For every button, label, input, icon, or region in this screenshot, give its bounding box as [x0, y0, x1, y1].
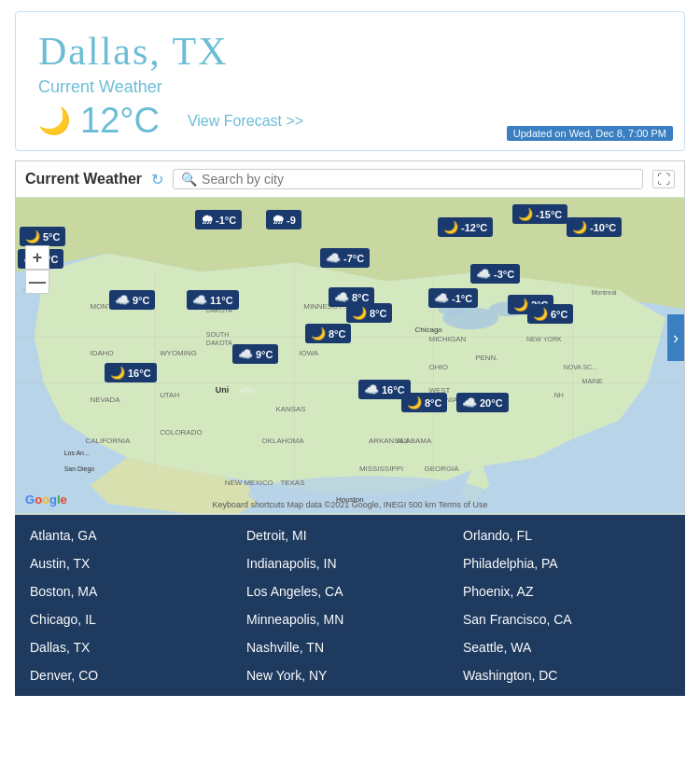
- marker-temp: -9: [287, 215, 296, 226]
- zoom-in-button[interactable]: +: [25, 245, 49, 270]
- city-link[interactable]: Atlanta, GA: [30, 528, 237, 543]
- map-search-input[interactable]: [202, 172, 635, 187]
- city-link[interactable]: Nashville, TN: [246, 640, 454, 655]
- marker-temp: 8°C: [370, 308, 386, 319]
- svg-text:NEW MEXICO: NEW MEXICO: [225, 479, 273, 487]
- cloud-icon6: ☁️: [238, 347, 253, 361]
- marker-temp: 8°C: [329, 328, 345, 340]
- marker-temp: -15°C: [536, 209, 562, 220]
- svg-text:MAINE: MAINE: [582, 378, 603, 384]
- moon-icon2: 🌙: [352, 306, 367, 320]
- view-forecast-link[interactable]: View Forecast >>: [188, 113, 303, 130]
- moon-icon3: 🌙: [311, 326, 326, 340]
- marker-temp: 8°C: [425, 397, 441, 409]
- cloud-icon7: ☁️: [434, 291, 449, 305]
- city-link[interactable]: Dallas, TX: [30, 640, 237, 655]
- marker-temp: -3°C: [494, 269, 514, 280]
- marker-temp: 9°C: [256, 349, 273, 360]
- cities-grid: Atlanta, GADetroit, MIOrlando, FLAustin,…: [30, 528, 670, 683]
- city-link[interactable]: Los Angeles, CA: [246, 584, 454, 599]
- google-logo: Google: [25, 493, 67, 507]
- cloud-icon4: ☁️: [326, 251, 341, 265]
- svg-text:GEORGIA: GEORGIA: [425, 465, 460, 473]
- map-attribution: Keyboard shortcuts Map data ©2021 Google…: [212, 500, 487, 509]
- svg-text:OHIO: OHIO: [429, 363, 448, 371]
- city-link[interactable]: Phoenix, AZ: [463, 584, 670, 599]
- svg-text:ville: ville: [239, 385, 255, 395]
- marker-can-c: 🌙 -15°C: [512, 204, 567, 224]
- svg-text:NOVA SC...: NOVA SC...: [564, 364, 597, 370]
- marker-temp: -7°C: [343, 253, 364, 264]
- city-link[interactable]: Minneapolis, MN: [246, 612, 454, 627]
- city-link[interactable]: Detroit, MI: [246, 528, 454, 543]
- marker-ohio: ☁️ -1°C: [428, 288, 478, 308]
- marker-can-w: 🌙 -12°C: [438, 217, 493, 237]
- marker-temp: -1°C: [216, 215, 236, 226]
- moon-icon5: 🌙: [513, 298, 528, 312]
- map-search-box: 🔍: [173, 169, 643, 189]
- city-link[interactable]: Indianapolis, IN: [246, 556, 454, 571]
- marker-ok: ☁️ 9°C: [232, 344, 278, 364]
- svg-text:Montreal: Montreal: [592, 289, 618, 296]
- svg-text:CALIFORNIA: CALIFORNIA: [86, 437, 131, 445]
- city-link[interactable]: Denver, CO: [30, 668, 237, 683]
- snow-icon: 🌨: [201, 213, 213, 227]
- svg-text:OKLAHOMA: OKLAHOMA: [262, 437, 305, 445]
- cloud-icon3: ☁️: [192, 293, 207, 307]
- city-title: Dallas, TX: [38, 29, 662, 74]
- city-link[interactable]: Orlando, FL: [463, 528, 670, 543]
- moon-icon: 🌙: [25, 229, 40, 243]
- city-link[interactable]: Boston, MA: [30, 584, 237, 599]
- city-link[interactable]: Washington, DC: [463, 668, 670, 683]
- moon-icon7: 🌙: [443, 220, 458, 234]
- updated-badge: Updated on Wed, Dec 8, 7:00 PM: [507, 126, 673, 141]
- marker-temp: 5°C: [43, 231, 60, 243]
- marker-ks: 🌙 8°C: [305, 324, 351, 343]
- cloud-icon2: ☁️: [115, 293, 130, 307]
- svg-text:PENN.: PENN.: [475, 354, 497, 362]
- svg-text:San Diego: San Diego: [64, 465, 95, 473]
- svg-text:DAKOTA: DAKOTA: [206, 340, 232, 346]
- marker-pa: 🌙 6°C: [527, 304, 573, 324]
- svg-text:MISSISSIPPI: MISSISSIPPI: [359, 465, 403, 473]
- marker-can-e: 🌙 -10°C: [567, 217, 622, 237]
- marker-ny-state: ☁️ -3°C: [470, 264, 520, 284]
- zoom-controls: + —: [25, 245, 49, 294]
- city-link[interactable]: San Francisco, CA: [463, 612, 670, 627]
- marker-wyoming: ☁️ 11°C: [187, 290, 239, 310]
- temperature-display: 12°C: [80, 101, 160, 141]
- marker-temp: -10°C: [590, 222, 616, 233]
- refresh-icon[interactable]: ↻: [151, 171, 163, 188]
- marker-temp: -12°C: [461, 222, 487, 233]
- marker-temp: 16°C: [128, 368, 151, 379]
- marker-mn: ☁️ -7°C: [320, 248, 370, 268]
- city-link[interactable]: Austin, TX: [30, 556, 237, 571]
- map-background: MONTANA IDAHO NEVADA CALIFORNIA WYOMING …: [16, 197, 684, 514]
- marker-temp: 6°C: [551, 309, 567, 320]
- svg-text:NH: NH: [554, 392, 564, 398]
- marker-al: 🌙 8°C: [401, 393, 447, 412]
- map-side-expand-button[interactable]: ›: [667, 314, 684, 361]
- city-link[interactable]: Seattle, WA: [463, 640, 670, 655]
- svg-text:IDAHO: IDAHO: [91, 349, 114, 357]
- city-link[interactable]: Chicago, IL: [30, 612, 237, 627]
- marker-idaho: ☁️ 9°C: [109, 290, 155, 310]
- city-link[interactable]: Philadelphia, PA: [463, 556, 670, 571]
- moon-icon9: 🌙: [572, 220, 587, 234]
- svg-text:MICHIGAN: MICHIGAN: [429, 335, 467, 343]
- city-link[interactable]: New York, NY: [246, 668, 454, 683]
- moon-cloud-icon: 🌙: [38, 105, 71, 136]
- marker-la: 🌙 16°C: [105, 363, 157, 382]
- marker-temp: 11°C: [210, 295, 233, 306]
- svg-text:WYOMING: WYOMING: [160, 349, 197, 357]
- map-expand-button[interactable]: ⛶: [652, 170, 675, 188]
- marker-temp: -1°C: [452, 293, 472, 304]
- zoom-out-button[interactable]: —: [25, 270, 49, 294]
- marker-ndak1: 🌨 -1°C: [195, 210, 242, 229]
- marker-temp: 20°C: [480, 397, 503, 409]
- marker-iowa2: 🌙 8°C: [346, 303, 392, 323]
- header-card: Dallas, TX Current Weather 🌙 12°C View F…: [15, 11, 685, 151]
- svg-text:COLORADO: COLORADO: [160, 428, 202, 437]
- svg-text:Los An...: Los An...: [64, 450, 90, 456]
- marker-ndak2: 🌨 -9: [266, 210, 301, 229]
